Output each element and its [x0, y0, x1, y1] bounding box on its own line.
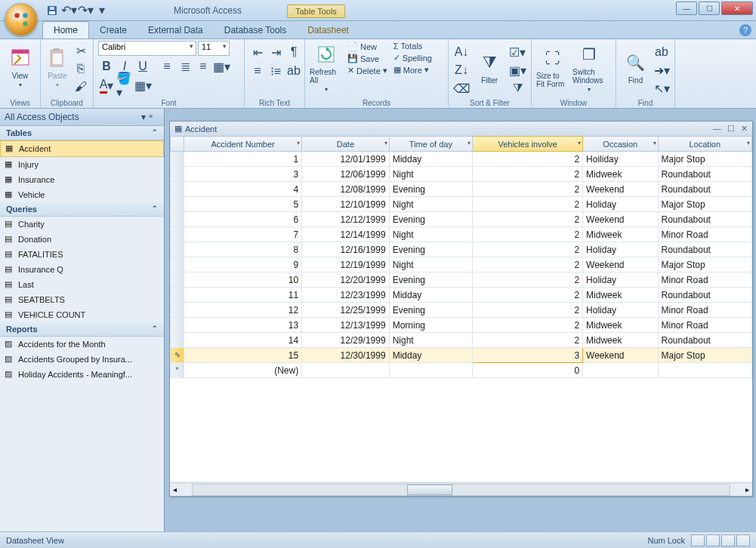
row-selector[interactable] — [171, 167, 184, 182]
undo-icon[interactable]: ↶▾ — [62, 4, 76, 17]
cell[interactable]: Midday — [389, 348, 472, 363]
cell[interactable]: Minor Road — [658, 272, 751, 288]
cell[interactable]: Midweek — [583, 288, 658, 303]
cell[interactable]: Holiday — [583, 272, 658, 288]
help-icon[interactable]: ? — [739, 24, 751, 36]
cell[interactable]: 13 — [184, 318, 302, 333]
cell[interactable]: Evening — [389, 303, 472, 318]
cell[interactable]: 12/13/1999 — [302, 318, 389, 333]
cell[interactable]: Weekend — [583, 182, 658, 197]
switch-windows-button[interactable]: ❐Switch Windows▾ — [572, 41, 606, 94]
cell[interactable]: Evening — [389, 182, 472, 197]
cell[interactable]: 0 — [473, 363, 583, 378]
row-selector[interactable] — [171, 318, 184, 333]
nav-item[interactable]: ▤FATALITIES — [0, 247, 164, 262]
delete-record-button[interactable]: ✕ Delete ▾ — [346, 65, 389, 76]
size-to-fit-button[interactable]: ⛶Size to Fit Form — [536, 41, 569, 94]
nav-item[interactable]: ▨Accidents for the Month — [0, 337, 164, 352]
totals-button[interactable]: Σ Totals — [392, 41, 434, 51]
spelling-button[interactable]: ✓ Spelling — [392, 52, 434, 63]
cell[interactable]: Holiday — [583, 303, 658, 318]
align-center-icon[interactable]: ≣ — [177, 58, 193, 75]
cell[interactable]: Morning — [389, 318, 472, 333]
cell[interactable]: 10 — [184, 272, 302, 288]
replace-icon[interactable]: ab — [653, 44, 670, 60]
cell[interactable]: Holiday — [583, 242, 658, 257]
cell[interactable]: Minor Road — [658, 303, 751, 318]
bold-icon[interactable]: B — [98, 58, 115, 75]
cell[interactable]: Night — [389, 197, 472, 212]
sub-restore-icon[interactable]: ☐ — [727, 124, 735, 134]
view-chart-icon[interactable] — [721, 534, 735, 546]
cell[interactable]: Minor Road — [658, 318, 751, 333]
cell[interactable]: Weekend — [583, 212, 658, 227]
cell[interactable] — [658, 363, 751, 378]
cell[interactable]: Roundabout — [658, 167, 751, 182]
cell[interactable]: Roundabout — [658, 242, 751, 257]
nav-item[interactable]: ▨Holiday Accidents - Meaningf... — [0, 367, 164, 382]
cell[interactable]: 12/30/1999 — [302, 348, 389, 363]
column-header[interactable]: Accident Number▾ — [184, 137, 302, 152]
more-button[interactable]: ▦ More ▾ — [392, 64, 434, 75]
ltr-icon[interactable]: ¶ — [285, 44, 302, 60]
row-selector[interactable] — [171, 227, 184, 242]
cell[interactable]: Midday — [389, 152, 472, 167]
cell[interactable]: Night — [389, 167, 472, 182]
increase-indent-icon[interactable]: ⇥ — [267, 44, 284, 60]
cell[interactable]: 2 — [473, 272, 583, 288]
cell[interactable]: 2 — [473, 227, 583, 242]
row-selector[interactable] — [171, 272, 184, 288]
cell[interactable]: 3 — [473, 348, 583, 363]
paste-button[interactable]: Paste▾ — [45, 41, 69, 94]
cell[interactable]: 11 — [184, 288, 302, 303]
cell[interactable]: 8 — [184, 242, 302, 257]
row-selector[interactable] — [171, 257, 184, 272]
nav-item[interactable]: ▤Donation — [0, 232, 164, 247]
row-selector[interactable] — [171, 152, 184, 167]
align-right-icon[interactable]: ≡ — [195, 58, 211, 75]
cell[interactable]: 12/16/1999 — [302, 242, 389, 257]
cell[interactable]: Evening — [389, 272, 472, 288]
sort-asc-icon[interactable]: A↓ — [453, 44, 470, 60]
cell[interactable]: Night — [389, 227, 472, 242]
save-icon[interactable] — [45, 4, 59, 17]
selection-filter-icon[interactable]: ☑▾ — [509, 44, 526, 60]
cell[interactable]: Evening — [389, 212, 472, 227]
cell[interactable]: 14 — [184, 333, 302, 348]
cell[interactable]: 6 — [184, 212, 302, 227]
cell[interactable]: 12/14/1999 — [302, 227, 389, 242]
nav-section-header[interactable]: Queries⌃ — [0, 202, 164, 217]
cell[interactable]: 2 — [473, 288, 583, 303]
cell[interactable]: 4 — [184, 182, 302, 197]
cell[interactable]: 12/19/1999 — [302, 257, 389, 272]
save-record-button[interactable]: 💾 Save — [346, 53, 389, 64]
cell[interactable]: Roundabout — [658, 212, 751, 227]
sub-minimize-icon[interactable]: — — [713, 124, 721, 134]
cell[interactable] — [389, 363, 472, 378]
cell[interactable]: 12/10/1999 — [302, 197, 389, 212]
horizontal-scrollbar[interactable]: ◂ ▸ — [170, 482, 752, 496]
select-all-cell[interactable] — [171, 137, 184, 152]
view-datasheet-icon[interactable] — [691, 534, 705, 546]
cell[interactable]: 2 — [473, 152, 583, 167]
decrease-indent-icon[interactable]: ⇤ — [249, 44, 266, 60]
fill-color-icon[interactable]: 🪣▾ — [116, 77, 133, 94]
row-selector[interactable] — [171, 363, 184, 378]
cell[interactable]: 2 — [473, 333, 583, 348]
view-button[interactable]: View▾ — [5, 41, 35, 94]
find-button[interactable]: 🔍Find — [621, 41, 650, 94]
nav-item[interactable]: ▦Vehicle — [0, 187, 164, 202]
cell[interactable]: 2 — [473, 257, 583, 272]
font-size-combo[interactable]: 11 — [198, 41, 230, 56]
column-header[interactable]: Time of day▾ — [389, 137, 472, 152]
row-selector[interactable] — [171, 242, 184, 257]
copy-icon[interactable]: ⎘ — [73, 60, 89, 77]
cell[interactable]: Minor Road — [658, 227, 751, 242]
cell[interactable]: 5 — [184, 197, 302, 212]
cell[interactable]: Major Stop — [658, 197, 751, 212]
nav-section-header[interactable]: Reports⌃ — [0, 322, 164, 337]
cell[interactable] — [583, 363, 658, 378]
cell[interactable]: 15 — [184, 348, 302, 363]
cell[interactable]: Night — [389, 333, 472, 348]
sub-close-icon[interactable]: ✕ — [741, 124, 748, 134]
